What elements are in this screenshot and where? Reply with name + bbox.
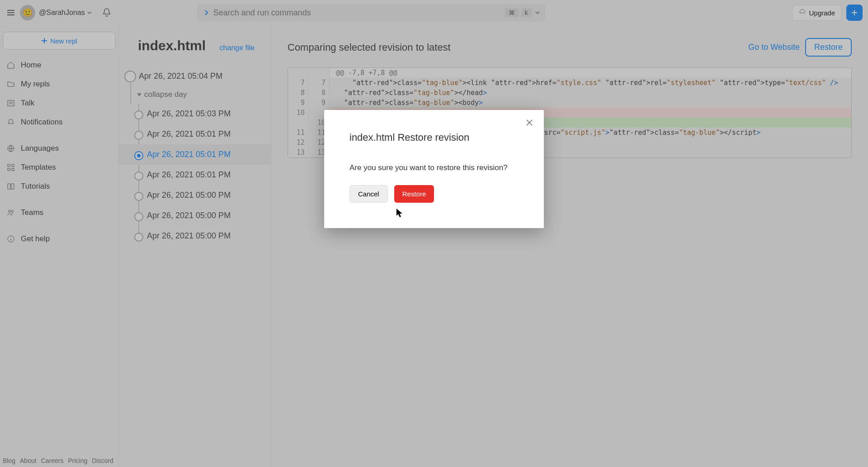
modal-text: Are you sure you want to restore this re…	[349, 163, 519, 172]
modal-title: index.html Restore revision	[349, 132, 519, 143]
modal-cancel-button[interactable]: Cancel	[349, 185, 388, 203]
modal-close-button[interactable]	[525, 118, 534, 127]
restore-modal: index.html Restore revision Are you sure…	[324, 110, 544, 228]
modal-buttons: Cancel Restore	[349, 185, 519, 203]
close-icon	[525, 118, 534, 127]
modal-overlay[interactable]: index.html Restore revision Are you sure…	[0, 0, 868, 467]
modal-restore-button[interactable]: Restore	[394, 185, 434, 203]
